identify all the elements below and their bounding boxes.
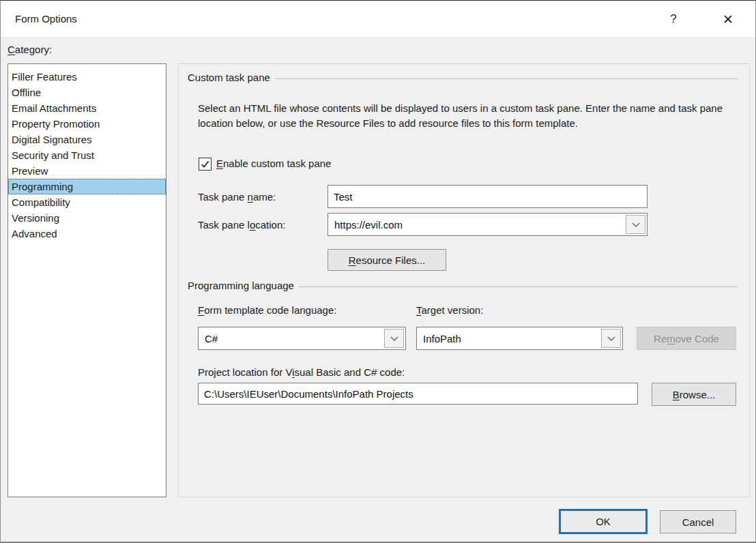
settings-panel: Custom task pane Select an HTML file who… [178, 63, 750, 497]
category-item[interactable]: Security and Trust [8, 147, 166, 163]
task-pane-name-input[interactable] [328, 185, 648, 208]
checkmark-icon [201, 160, 209, 168]
group-title: Programming language [188, 280, 294, 291]
programming-language-group-header: Programming language [188, 280, 738, 291]
target-version-combobox[interactable]: InfoPath [416, 327, 623, 350]
group-rule [275, 78, 738, 79]
category-item[interactable]: Advanced [8, 226, 166, 241]
title-bar: Form Options ? ✕ [1, 1, 755, 37]
custom-task-pane-description: Select an HTML file whose contents will … [198, 101, 744, 131]
ok-button[interactable]: OK [559, 509, 648, 534]
code-language-value: C# [205, 327, 381, 349]
resource-files-button[interactable]: Resource Files... [328, 249, 446, 271]
category-item[interactable]: Offline [8, 85, 166, 100]
remove-code-button: Remove Code [637, 327, 736, 350]
code-language-dropdown-button[interactable] [384, 329, 404, 348]
category-item[interactable]: Digital Signatures [8, 132, 166, 147]
enable-task-pane-checkbox[interactable] [199, 158, 212, 171]
task-pane-name-label: Task pane name: [198, 191, 276, 203]
category-item[interactable]: Versioning [8, 210, 166, 226]
help-icon[interactable]: ? [661, 8, 686, 30]
form-options-dialog: Form Options ? ✕ Category: Filler Featur… [0, 0, 756, 543]
category-item[interactable]: Programming [8, 179, 166, 194]
chevron-down-icon [390, 336, 398, 341]
project-location-label: Project location for Visual Basic and C#… [198, 366, 405, 378]
target-version-label: Target version: [416, 304, 483, 316]
location-dropdown-button[interactable] [626, 215, 645, 234]
browse-button[interactable]: Browse... [652, 383, 736, 406]
enable-task-pane-label: Enable custom task pane [216, 158, 331, 169]
dialog-title: Form Options [15, 1, 77, 37]
chevron-down-icon [632, 222, 640, 227]
custom-task-pane-group-header: Custom task pane [188, 72, 738, 83]
group-rule [299, 287, 738, 287]
task-pane-location-label: Task pane location: [198, 219, 285, 231]
category-item[interactable]: Preview [8, 163, 166, 179]
cancel-button[interactable]: Cancel [660, 510, 736, 533]
group-title: Custom task pane [188, 72, 270, 83]
code-language-combobox[interactable]: C# [198, 327, 406, 350]
project-location-input[interactable] [198, 383, 638, 405]
category-item[interactable]: Property Promotion [8, 116, 166, 132]
close-icon[interactable]: ✕ [716, 8, 740, 30]
chevron-down-icon [607, 336, 615, 341]
category-item[interactable]: Compatibility [8, 194, 166, 210]
code-language-label: Form template code language: [198, 304, 336, 316]
target-version-dropdown-button[interactable] [601, 329, 621, 348]
category-label: Category: [8, 44, 52, 55]
target-version-value: InfoPath [423, 327, 598, 349]
task-pane-location-combobox[interactable]: https://evil.com [328, 213, 648, 236]
category-item[interactable]: Email Attachments [8, 100, 166, 116]
task-pane-location-value: https://evil.com [334, 214, 622, 235]
category-list[interactable]: Filler FeaturesOfflineEmail AttachmentsP… [8, 63, 166, 497]
category-item[interactable]: Filler Features [8, 69, 166, 85]
